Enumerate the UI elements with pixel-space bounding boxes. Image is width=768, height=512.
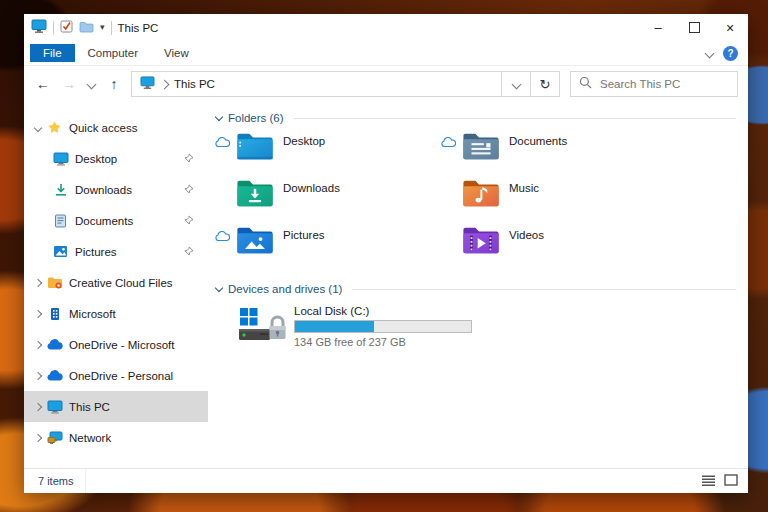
onedrive-cloud-icon <box>46 368 63 384</box>
details-view-icon[interactable] <box>702 472 715 490</box>
folder-label: Videos <box>509 229 544 241</box>
collapse-group-icon <box>215 284 223 292</box>
tab-computer[interactable]: Computer <box>75 44 152 62</box>
back-button[interactable]: ← <box>34 76 52 92</box>
address-dropdown-button[interactable] <box>502 71 531 97</box>
group-divider <box>294 118 736 119</box>
pin-icon <box>184 246 194 258</box>
document-icon <box>52 213 69 229</box>
sidebar-item-label: OneDrive - Microsoft <box>69 339 174 351</box>
search-input[interactable] <box>598 77 729 91</box>
group-label: Devices and drives (1) <box>228 283 342 295</box>
folder-label: Documents <box>509 135 567 147</box>
titlebar-separator <box>111 21 112 35</box>
chevron-right-icon[interactable] <box>30 311 46 317</box>
sidebar-item-onedrive-microsoft[interactable]: OneDrive - Microsoft <box>24 329 208 360</box>
onedrive-status-icon <box>440 128 462 148</box>
drive-tile-local-disk-c[interactable]: Local Disk (C:) 134 GB free of 237 GB <box>238 305 740 348</box>
recent-locations-icon[interactable] <box>87 79 97 89</box>
pin-icon <box>184 153 194 165</box>
forward-button[interactable]: → <box>60 76 78 92</box>
maximize-button[interactable] <box>676 14 712 41</box>
chevron-down-icon[interactable] <box>30 125 46 131</box>
folder-tile-desktop[interactable]: Desktop <box>214 128 440 175</box>
star-icon <box>46 120 63 136</box>
chevron-right-icon[interactable] <box>30 435 46 441</box>
new-folder-qat-icon[interactable] <box>79 19 94 37</box>
group-header-devices[interactable]: Devices and drives (1) <box>214 279 740 299</box>
minimize-button[interactable]: – <box>640 14 676 41</box>
chevron-down-icon <box>511 79 521 89</box>
onedrive-status-icon <box>214 128 236 148</box>
window-title: This PC <box>118 22 159 34</box>
folder-tile-music[interactable]: Music <box>440 175 666 222</box>
breadcrumb[interactable]: This PC <box>174 78 215 90</box>
drive-free-space: 134 GB free of 237 GB <box>294 336 472 348</box>
group-header-folders[interactable]: Folders (6) <box>214 108 740 128</box>
videos-folder-icon <box>462 224 500 255</box>
address-bar[interactable]: This PC <box>131 71 502 97</box>
sidebar-item-this-pc[interactable]: This PC <box>24 391 208 422</box>
chevron-right-icon[interactable] <box>30 373 46 379</box>
desktop-folder-icon <box>236 130 274 161</box>
breadcrumb-chevron-icon[interactable] <box>160 79 170 89</box>
sidebar-item-label: Creative Cloud Files <box>69 277 173 289</box>
title-bar[interactable]: ▾ This PC – × <box>24 14 748 41</box>
group-label: Folders (6) <box>228 112 284 124</box>
group-divider <box>352 289 736 290</box>
sidebar-item-downloads[interactable]: Downloads <box>24 174 208 205</box>
sidebar-item-desktop[interactable]: Desktop <box>24 143 208 174</box>
up-button[interactable]: ↑ <box>105 76 123 92</box>
network-icon <box>46 430 63 446</box>
status-spacer <box>440 175 462 184</box>
sidebar-item-label: Downloads <box>75 184 132 196</box>
items-view: Folders (6) Desktop <box>208 102 748 468</box>
chevron-right-icon[interactable] <box>30 280 46 286</box>
folder-label: Pictures <box>283 229 325 241</box>
folder-tile-documents[interactable]: Documents <box>440 128 666 175</box>
disk-usage-bar <box>294 320 472 333</box>
sidebar-item-onedrive-personal[interactable]: OneDrive - Personal <box>24 360 208 391</box>
properties-qat-icon[interactable] <box>60 19 73 37</box>
ribbon-tab-bar: File Computer View ? <box>24 41 748 66</box>
search-box[interactable] <box>570 71 738 97</box>
file-explorer-window: ▾ This PC – × File Computer View ? ← → ↑ <box>24 14 748 493</box>
sidebar-item-label: Quick access <box>69 122 137 134</box>
sidebar-item-creative-cloud-files[interactable]: Creative Cloud Files <box>24 267 208 298</box>
sidebar-item-quick-access[interactable]: Quick access <box>24 112 208 143</box>
sidebar-item-microsoft[interactable]: Microsoft <box>24 298 208 329</box>
pin-icon <box>184 184 194 196</box>
sidebar-item-label: Documents <box>75 215 133 227</box>
large-icons-view-icon[interactable] <box>724 472 738 490</box>
this-pc-app-icon <box>31 19 47 37</box>
folder-label: Music <box>509 182 539 194</box>
item-count: 7 items <box>34 469 86 493</box>
folder-tile-downloads[interactable]: Downloads <box>214 175 440 222</box>
tab-file[interactable]: File <box>30 44 75 62</box>
microsoft-building-icon <box>46 306 63 322</box>
collapse-group-icon <box>215 113 223 121</box>
folder-tile-pictures[interactable]: Pictures <box>214 222 440 269</box>
status-spacer <box>440 222 462 231</box>
sidebar-item-documents[interactable]: Documents <box>24 205 208 236</box>
qat-dropdown-icon[interactable]: ▾ <box>100 23 105 32</box>
folders-grid: Desktop Documents <box>214 128 740 269</box>
refresh-button[interactable]: ↻ <box>531 71 560 97</box>
status-spacer <box>214 175 236 184</box>
sidebar-item-network[interactable]: Network <box>24 422 208 453</box>
folder-label: Downloads <box>283 182 340 194</box>
chevron-right-icon[interactable] <box>30 342 46 348</box>
tab-view[interactable]: View <box>151 44 202 62</box>
folder-tile-videos[interactable]: Videos <box>440 222 666 269</box>
music-folder-icon <box>462 177 500 208</box>
disk-usage-fill <box>295 321 374 332</box>
sidebar-item-pictures[interactable]: Pictures <box>24 236 208 267</box>
creative-cloud-folder-icon <box>46 275 63 291</box>
help-icon[interactable]: ? <box>723 46 738 61</box>
expand-ribbon-icon[interactable] <box>705 48 715 58</box>
pictures-icon <box>52 244 69 260</box>
close-button[interactable]: × <box>712 14 748 41</box>
drive-name: Local Disk (C:) <box>294 305 472 317</box>
navigation-pane: Quick access Desktop Downloads <box>24 102 208 468</box>
chevron-right-icon[interactable] <box>30 404 46 410</box>
